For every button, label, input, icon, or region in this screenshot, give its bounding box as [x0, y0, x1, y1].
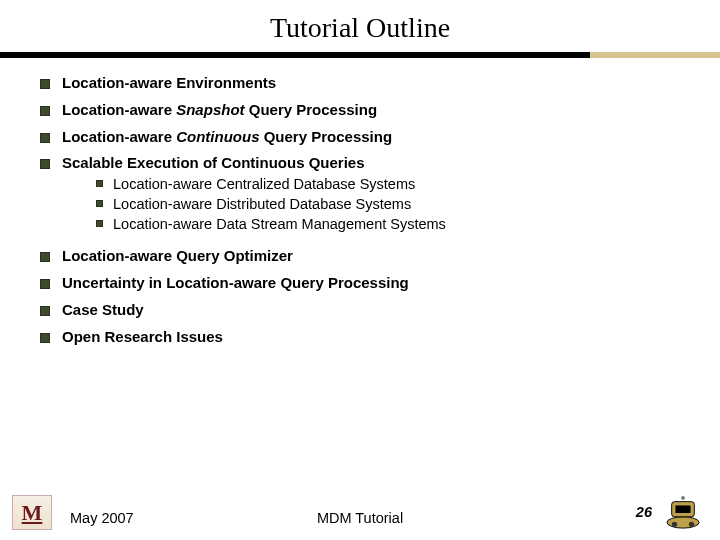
slide: Tutorial Outline Location-aware Environm… [0, 0, 720, 540]
bullet-text: Open Research Issues [62, 328, 223, 347]
bullet-item: Location-aware Continuous Query Processi… [40, 128, 680, 147]
svg-point-3 [681, 496, 685, 500]
sub-bullet-item: Location-aware Data Stream Management Sy… [96, 215, 680, 233]
bullet-text-part: Query Processing [260, 128, 393, 145]
square-bullet-icon [40, 133, 50, 143]
bullet-text: Location-aware Snapshot Query Processing [62, 101, 377, 120]
square-bullet-icon [40, 106, 50, 116]
sub-bullet-text: Location-aware Centralized Database Syst… [113, 175, 415, 193]
bullet-text: Location-aware Query Optimizer [62, 247, 293, 266]
bullet-item: Location-aware Query Optimizer [40, 247, 680, 266]
footer-right: 26 [636, 496, 702, 530]
bullet-text-em: Snapshot [176, 101, 244, 118]
square-bullet-icon [96, 220, 103, 227]
svg-rect-2 [675, 505, 690, 513]
sub-bullet-text: Location-aware Distributed Database Syst… [113, 195, 411, 213]
bullet-text-part: Location-aware [62, 128, 176, 145]
footer: M May 2007 MDM Tutorial 26 [0, 495, 720, 530]
bullet-item: Location-aware Snapshot Query Processing [40, 101, 680, 120]
bullet-item: Uncertainty in Location-aware Query Proc… [40, 274, 680, 293]
slide-title: Tutorial Outline [0, 0, 720, 52]
footer-center-label: MDM Tutorial [317, 510, 403, 526]
square-bullet-icon [40, 79, 50, 89]
bullet-item: Location-aware Environments [40, 74, 680, 93]
bullet-text-part: Query Processing [245, 101, 378, 118]
svg-point-5 [689, 522, 694, 527]
square-bullet-icon [40, 159, 50, 169]
bullet-text: Location-aware Environments [62, 74, 276, 93]
square-bullet-icon [96, 200, 103, 207]
bullet-text-em: Continuous [176, 128, 259, 145]
university-minnesota-logo-icon: M [12, 495, 52, 530]
footer-date: May 2007 [70, 510, 134, 530]
content-area: Location-aware Environments Location-awa… [0, 74, 720, 346]
bullet-item: Scalable Execution of Continuous Queries [40, 154, 680, 173]
bullet-text-part: Location-aware [62, 101, 176, 118]
divider-band [0, 52, 720, 58]
svg-point-4 [672, 522, 677, 527]
bullet-text: Scalable Execution of Continuous Queries [62, 154, 365, 173]
purdue-logo-icon [664, 496, 702, 530]
page-number: 26 [636, 504, 652, 530]
square-bullet-icon [40, 252, 50, 262]
bullet-item: Open Research Issues [40, 328, 680, 347]
square-bullet-icon [96, 180, 103, 187]
bullet-text: Uncertainty in Location-aware Query Proc… [62, 274, 409, 293]
square-bullet-icon [40, 306, 50, 316]
sub-bullet-item: Location-aware Centralized Database Syst… [96, 175, 680, 193]
bullet-item: Case Study [40, 301, 680, 320]
square-bullet-icon [40, 333, 50, 343]
bullet-text: Case Study [62, 301, 144, 320]
square-bullet-icon [40, 279, 50, 289]
footer-left: M May 2007 [12, 495, 134, 530]
svg-point-0 [667, 517, 699, 528]
sub-bullet-text: Location-aware Data Stream Management Sy… [113, 215, 446, 233]
sub-bullet-item: Location-aware Distributed Database Syst… [96, 195, 680, 213]
logo-letter: M [22, 500, 43, 526]
bullet-text: Location-aware Continuous Query Processi… [62, 128, 392, 147]
